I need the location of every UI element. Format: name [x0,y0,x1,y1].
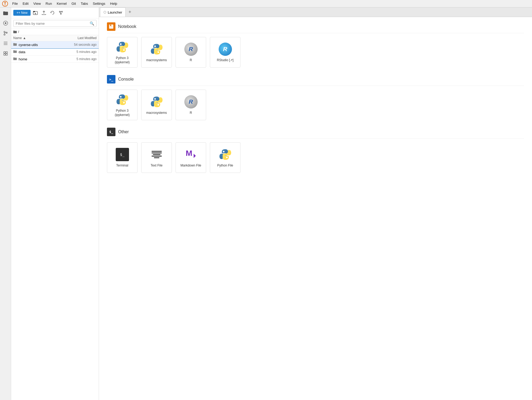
menu-tabs[interactable]: Tabs [78,1,90,6]
r-notebook-label: R [190,58,192,62]
svg-rect-13 [4,54,5,55]
macrosystems-notebook-icon [150,42,164,56]
menu-help[interactable]: Help [108,1,119,6]
upload-button[interactable] [40,9,48,16]
filename-data: data [19,50,62,54]
folder-icon [3,10,8,16]
menu-git[interactable]: Git [69,1,78,6]
textfile-card-icon [150,148,164,161]
svg-point-19 [59,11,60,12]
new-plus: + [16,11,18,15]
file-item-data[interactable]: data 5 minutes ago [11,48,99,56]
menu-settings[interactable]: Settings [91,1,107,6]
folder-breadcrumb-icon [13,30,17,34]
terminal-label: Terminal [116,164,128,168]
notebook-section: Notebook [107,22,524,68]
tab-launcher[interactable]: ⬡ Launcher [100,7,126,17]
launcher-tab-label: Launcher [108,10,122,14]
file-item-cyverse-utils[interactable]: cyverse-utils 54 seconds ago [11,41,99,48]
other-section-header: $_ Other [107,128,524,139]
svg-rect-2 [3,11,5,12]
activity-running[interactable] [1,19,10,28]
macrosystems-console-icon [150,95,164,109]
add-tab-button[interactable]: + [126,9,134,16]
refresh-icon [50,10,55,15]
sidebar: + + New [11,7,99,400]
upload-icon [41,10,46,15]
breadcrumb: / [11,29,99,35]
new-button[interactable]: + + New [13,10,31,16]
svg-rect-25 [13,31,15,31]
menu-edit[interactable]: Edit [20,1,31,6]
card-macrosystems-console[interactable]: macrosystems [141,90,172,120]
app-logo [2,1,8,7]
python3-console-label: Python 3(ipykernel) [115,109,130,117]
filter-input[interactable] [16,22,90,26]
modified-cyverse: 54 seconds ago [62,43,97,47]
svg-point-5 [4,31,5,33]
card-terminal[interactable]: $_ Terminal [107,142,138,173]
r-console-label: R [190,111,192,115]
menu-run[interactable]: Run [43,1,54,6]
file-list-header: Name ▲ Last Modified [11,35,99,41]
svg-rect-31 [13,57,15,58]
launcher-tab-icon: ⬡ [103,10,106,14]
python3-console-icon [115,93,129,107]
notebook-section-icon [107,22,115,31]
svg-rect-14 [6,54,7,55]
modified-data: 5 minutes ago [62,50,97,54]
tab-bar: ⬡ Launcher + [99,7,532,17]
filter-input-wrap: 🔍 [13,20,97,27]
activity-bar [0,7,11,400]
python-file-card-icon [218,148,232,161]
menu-view[interactable]: View [31,1,43,6]
svg-text:M: M [186,149,192,157]
r-console-icon: R [184,95,198,109]
terminal-card-icon: $_ [115,148,129,161]
sidebar-toolbar: + + New [11,7,99,18]
filename-cyverse: cyverse-utils [19,43,62,47]
file-list: cyverse-utils 54 seconds ago data 5 minu… [11,41,99,400]
column-name[interactable]: Name ▲ [13,36,62,40]
card-python-file[interactable]: Python File [210,142,240,173]
notebook-section-title: Notebook [118,24,136,29]
filename-home: home [19,57,62,61]
git-button[interactable] [57,9,65,16]
new-folder-icon [33,10,38,15]
activity-files[interactable] [1,9,10,18]
activity-git[interactable] [1,29,10,38]
activity-toc[interactable] [1,39,10,48]
menu-kernel[interactable]: Kernel [55,1,69,6]
launcher-content: Notebook [99,17,532,400]
extensions-icon [3,51,8,56]
card-markdown[interactable]: M Markdown File [176,142,206,173]
card-python3-console[interactable]: Python 3(ipykernel) [107,90,138,120]
console-section: >_ Console [107,75,524,120]
folder-icon-home [13,57,17,61]
svg-point-6 [4,34,5,35]
card-r-notebook[interactable]: R R [176,37,206,68]
upload-folder-button[interactable] [32,9,39,16]
markdown-label: Markdown File [180,164,201,168]
console-cards: Python 3(ipykernel) [107,90,524,120]
card-textfile[interactable]: Text File [141,142,172,173]
card-rstudio-notebook[interactable]: R RStudio [↗] [210,37,240,68]
file-item-home[interactable]: home 5 minutes ago [11,56,99,63]
menu-file[interactable]: File [10,1,20,6]
refresh-button[interactable] [49,9,56,16]
search-icon: 🔍 [90,21,94,26]
card-macrosystems-notebook[interactable]: macrosystems [141,37,172,68]
svg-point-21 [60,13,61,14]
other-section: $_ Other $_ Terminal [107,128,524,173]
new-label: + New [18,11,27,15]
card-r-console[interactable]: R R [176,90,206,120]
activity-extensions[interactable] [1,49,10,58]
card-python3-notebook[interactable]: Python 3(ipykernel) [107,37,138,68]
textfile-label: Text File [151,164,163,168]
other-cards: $_ Terminal [107,142,524,173]
rstudio-notebook-icon: R [218,42,232,56]
svg-rect-11 [4,52,5,53]
column-modified[interactable]: Last Modified [62,36,97,40]
python-file-label: Python File [217,164,233,168]
svg-rect-27 [13,43,15,44]
